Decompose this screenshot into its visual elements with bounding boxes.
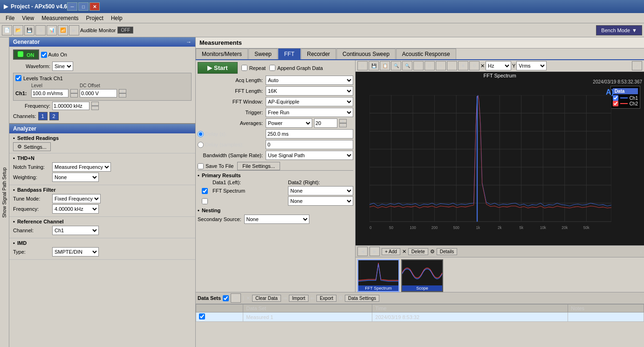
menu-measurements[interactable]: Measurements [38, 14, 82, 22]
tb-level[interactable]: 📶 [58, 25, 68, 35]
channel-2-button[interactable]: 2 [49, 112, 59, 120]
tb-graph[interactable]: 📊 [47, 25, 57, 35]
thumb-add-button[interactable]: + Add [382, 248, 400, 255]
delay-s-input[interactable] [266, 129, 353, 139]
datasets-checkbox[interactable] [223, 295, 229, 301]
export-button[interactable]: Export [316, 295, 336, 302]
auto-on-checkbox[interactable] [41, 52, 47, 58]
datasets-export-down[interactable]: ↓ [640, 295, 643, 301]
chart-fit[interactable]: ⊡ [413, 61, 424, 70]
settled-settings-button[interactable]: ⚙ Settings... [13, 142, 51, 151]
result2-checkbox[interactable] [202, 198, 208, 204]
chart-tb3[interactable]: 📋 [380, 61, 390, 70]
weighting-select[interactable]: None [52, 173, 99, 182]
tb-save[interactable]: 💾 [24, 25, 34, 35]
bench-mode-button[interactable]: Bench Mode ▼ [596, 25, 642, 35]
menu-help[interactable]: Help [107, 14, 126, 22]
thumb-export-icon[interactable]: ↓ [640, 249, 643, 254]
tab-monitors-meters[interactable]: Monitors/Meters [196, 49, 248, 59]
chart-tb1[interactable]: ⊞ [357, 61, 368, 70]
thumb-scope[interactable]: Scope [401, 259, 443, 292]
chart-table[interactable]: ≡ [436, 61, 446, 70]
tune-mode-select[interactable]: Fixed Frequency [52, 194, 101, 203]
append-checkbox[interactable] [269, 65, 275, 71]
save-to-file-checkbox[interactable] [198, 163, 204, 169]
tb-open[interactable]: 📂 [13, 25, 23, 35]
tb-new[interactable]: 📄 [2, 25, 12, 35]
imd-type-select[interactable]: SMPTE/DIN [52, 247, 99, 257]
ch1-level-input[interactable] [31, 89, 69, 97]
repeat-checkbox[interactable] [241, 65, 247, 71]
repeat-check[interactable]: Repeat [241, 65, 266, 71]
ch1-level-down[interactable]: ▼ [70, 93, 78, 97]
generator-on-button[interactable]: ON [13, 49, 39, 60]
legend-ch2-checkbox[interactable] [613, 101, 618, 106]
ch1-dc-down[interactable]: ▼ [119, 93, 126, 97]
chart-x-select[interactable]: Hz [486, 61, 511, 70]
thumb-delete-button[interactable]: Delete [408, 248, 428, 255]
chart-y-select[interactable]: Vrms [516, 61, 547, 70]
averages-type-select[interactable]: Power [266, 118, 312, 128]
chart-zoom-in[interactable]: 🔍 [391, 61, 401, 70]
row-checkbox[interactable] [199, 313, 205, 319]
notch-select[interactable]: Measured Frequency [52, 162, 111, 172]
delay-samples-input[interactable] [266, 140, 353, 149]
delay-samples-radio[interactable] [198, 142, 204, 148]
fft-result-select1[interactable]: None [288, 186, 353, 195]
tab-acoustic-response[interactable]: Acoustic Response [396, 49, 456, 59]
maximize-button[interactable]: □ [78, 2, 89, 11]
import-button[interactable]: Import [289, 295, 308, 302]
tab-sweep[interactable]: Sweep [248, 49, 278, 59]
tab-recorder[interactable]: Recorder [301, 49, 336, 59]
fft-result-select2[interactable]: None [288, 196, 353, 206]
bandpass-freq-select[interactable]: 4.00000 kHz [52, 204, 99, 214]
datasets-check-btn[interactable]: ☑ [231, 293, 241, 303]
avg-down[interactable]: ▼ [339, 123, 347, 127]
clear-data-button[interactable]: Clear Data [252, 295, 281, 302]
start-button[interactable]: ▶ Start [198, 62, 238, 74]
chart-expand[interactable]: ⤢ [632, 61, 642, 70]
thumb-details-button[interactable]: Details [437, 248, 458, 255]
delay-s-radio[interactable] [198, 131, 204, 137]
freq-up[interactable]: ▲ [91, 102, 99, 106]
thumb-next[interactable]: ▶ [370, 247, 380, 256]
levels-track-checkbox[interactable] [15, 75, 21, 81]
save-to-file-check[interactable]: Save To File [198, 163, 233, 169]
menu-project[interactable]: Project [82, 14, 107, 22]
tab-fft[interactable]: FFT [278, 49, 301, 59]
ch1-dc-up[interactable]: ▲ [119, 89, 126, 93]
tab-continuous-sweep[interactable]: Continuous Sweep [336, 49, 396, 59]
menu-view[interactable]: View [18, 14, 38, 22]
frequency-input[interactable] [52, 102, 89, 110]
fft-window-select[interactable]: AP-Equiripple [266, 97, 353, 106]
acq-length-select[interactable]: Auto [266, 76, 353, 85]
file-settings-button[interactable]: File Settings... [237, 162, 280, 170]
thumb-prev[interactable]: ◀ [357, 247, 368, 256]
chart-tb2[interactable]: 💾 [369, 61, 379, 70]
minimize-button[interactable]: ─ [67, 2, 77, 11]
freq-down[interactable]: ▼ [91, 106, 99, 110]
avg-up[interactable]: ▲ [339, 119, 347, 123]
waveform-select[interactable]: Sine [52, 62, 73, 71]
secondary-source-select[interactable]: None [244, 215, 309, 224]
auto-on-check[interactable]: Auto On [41, 52, 67, 58]
channel-select[interactable]: Ch1 [52, 226, 99, 235]
chart-settings[interactable]: ⚙ [469, 61, 480, 70]
audible-monitor-toggle[interactable]: OFF [117, 27, 133, 34]
bandwidth-select[interactable]: Use Signal Path [266, 151, 353, 160]
trigger-select[interactable]: Free Run [266, 108, 353, 117]
tb-settings[interactable]: ⚙ [35, 25, 46, 35]
close-button[interactable]: ✕ [89, 2, 100, 11]
tb-play[interactable]: ▶ [69, 25, 79, 35]
averages-count-input[interactable] [314, 118, 337, 128]
chart-tb5[interactable]: ~ [447, 61, 457, 70]
side-tab[interactable]: Show Signal Path Setup [0, 37, 9, 347]
data-settings-button[interactable]: Data Settings [345, 295, 379, 302]
append-check[interactable]: Append Graph Data [269, 65, 323, 71]
chart-tb4[interactable]: ⊟ [425, 61, 435, 70]
generator-expand[interactable]: → [186, 39, 192, 45]
menu-file[interactable]: File [2, 14, 18, 22]
channel-1-button[interactable]: 1 [38, 112, 48, 120]
chart-tb6[interactable]: ✱ [458, 61, 468, 70]
fft-length-select[interactable]: 16K [266, 86, 353, 96]
